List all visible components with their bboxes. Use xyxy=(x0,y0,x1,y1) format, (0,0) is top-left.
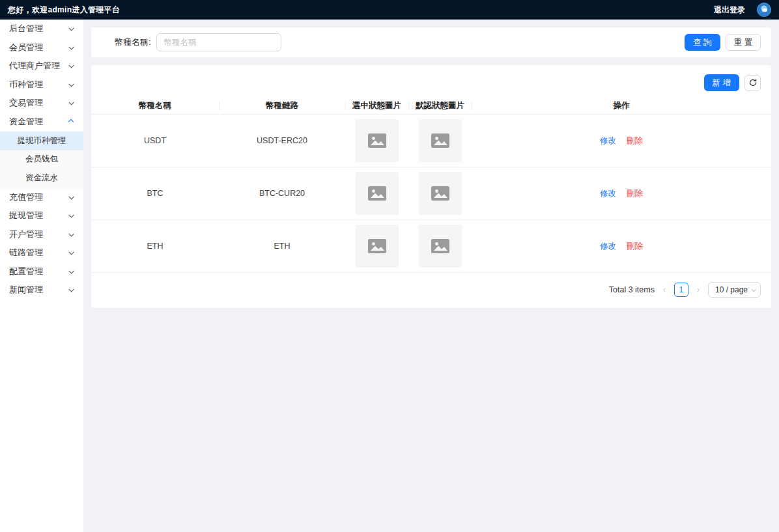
cell-currency-chain: USDT-ERC20 xyxy=(219,115,345,167)
logout-button[interactable]: 退出登录 xyxy=(714,5,745,16)
sidebar-item-agents[interactable]: 代理商户管理 xyxy=(0,57,83,76)
image-placeholder[interactable] xyxy=(419,225,462,268)
add-button[interactable]: 新 增 xyxy=(704,74,739,91)
sidebar-item-deposit[interactable]: 充值管理 xyxy=(0,188,83,207)
pagination-total: Total 3 items xyxy=(609,285,655,294)
sidebar-item-label: 充值管理 xyxy=(9,191,43,203)
sidebar-item-trade[interactable]: 交易管理 xyxy=(0,94,83,113)
image-placeholder[interactable] xyxy=(356,172,399,215)
sidebar-item-label: 新闻管理 xyxy=(9,284,43,296)
cell-currency-chain: BTC-CUR20 xyxy=(219,167,345,219)
currency-name-label: 幣種名稱: xyxy=(115,36,151,48)
chevron-down-icon xyxy=(68,249,74,255)
sidebar-item-news[interactable]: 新闻管理 xyxy=(0,281,83,300)
sidebar-item-currency[interactable]: 币种管理 xyxy=(0,76,83,94)
submenu-item-fund-flow[interactable]: 资金流水 xyxy=(0,169,83,188)
chevron-down-icon xyxy=(68,212,74,217)
image-icon xyxy=(431,132,450,149)
chevron-down-icon xyxy=(68,100,74,105)
cell-currency-name: BTC xyxy=(91,167,219,219)
sidebar-item-chain[interactable]: 链路管理 xyxy=(0,244,83,262)
sidebar-item-label: 链路管理 xyxy=(9,247,43,259)
delete-link[interactable]: 刪除 xyxy=(627,241,643,252)
sidebar: 后台管理 会员管理 代理商户管理 币种管理 交易管理 资金管理 提现币种管理 会… xyxy=(0,20,83,532)
welcome-prefix: 您好，欢迎 xyxy=(8,5,48,14)
submenu-item-label: 资金流水 xyxy=(25,173,58,184)
edit-link[interactable]: 修改 xyxy=(600,135,616,147)
header-selected-image: 選中狀態圖片 xyxy=(345,98,408,114)
cell-default-image xyxy=(408,167,472,219)
sidebar-item-label: 币种管理 xyxy=(9,79,43,91)
table-toolbar: 新 增 xyxy=(91,65,771,98)
edit-link[interactable]: 修改 xyxy=(600,241,616,252)
image-placeholder[interactable] xyxy=(356,119,399,162)
sidebar-item-members[interactable]: 会员管理 xyxy=(0,38,83,57)
search-actions: 查 詢 重 置 xyxy=(685,34,761,51)
user-avatar-icon[interactable] xyxy=(757,3,771,17)
sidebar-item-config[interactable]: 配置管理 xyxy=(0,262,83,281)
cell-selected-image xyxy=(345,220,408,272)
chevron-down-icon xyxy=(68,287,74,292)
pagination: Total 3 items ‹ 1 › 10 / page xyxy=(91,273,771,301)
cell-selected-image xyxy=(345,115,408,167)
submenu-item-withdraw-currency[interactable]: 提现币种管理 xyxy=(0,132,83,150)
chevron-down-icon xyxy=(68,268,74,273)
prev-page-button[interactable]: ‹ xyxy=(660,285,669,294)
navbar-right: 退出登录 xyxy=(714,3,771,17)
image-placeholder[interactable] xyxy=(356,225,399,268)
header-actions: 操作 xyxy=(472,98,771,114)
sidebar-item-label: 代理商户管理 xyxy=(9,60,60,72)
main-content: 幣種名稱: 查 詢 重 置 新 增 幣種名稱 幣種鏈路 選中狀態圖片 默認狀態圖… xyxy=(83,20,779,532)
cell-currency-chain: ETH xyxy=(219,220,345,272)
table-header-row: 幣種名稱 幣種鏈路 選中狀態圖片 默認狀態圖片 操作 xyxy=(91,98,771,115)
sidebar-item-label: 后台管理 xyxy=(9,23,43,35)
header-currency-name: 幣種名稱 xyxy=(91,98,219,114)
sidebar-item-label: 资金管理 xyxy=(9,116,43,128)
sidebar-item-withdraw[interactable]: 提现管理 xyxy=(0,206,83,225)
image-icon xyxy=(367,185,387,202)
reload-icon xyxy=(748,78,758,87)
query-button[interactable]: 查 詢 xyxy=(685,34,720,51)
delete-link[interactable]: 刪除 xyxy=(627,135,643,147)
submenu-item-label: 提现币种管理 xyxy=(18,135,66,147)
sidebar-item-label: 提现管理 xyxy=(9,210,43,221)
image-icon xyxy=(431,185,450,202)
sidebar-item-backend[interactable]: 后台管理 xyxy=(0,20,83,38)
welcome-username: admin xyxy=(48,5,72,14)
delete-link[interactable]: 刪除 xyxy=(627,188,643,199)
image-icon xyxy=(431,238,450,255)
image-placeholder[interactable] xyxy=(419,172,462,215)
sidebar-item-label: 会员管理 xyxy=(9,42,43,53)
currency-name-input[interactable] xyxy=(156,33,281,51)
sidebar-item-account[interactable]: 开户管理 xyxy=(0,225,83,244)
image-icon xyxy=(367,238,387,255)
chevron-down-icon xyxy=(68,81,74,87)
search-panel: 幣種名稱: 查 詢 重 置 xyxy=(91,27,771,57)
chevron-down-icon xyxy=(68,231,74,236)
cell-actions: 修改 刪除 xyxy=(472,167,771,219)
cell-selected-image xyxy=(345,167,408,219)
top-navbar: 您好，欢迎admin进入管理平台 退出登录 xyxy=(0,0,779,20)
page-size-value: 10 / page xyxy=(715,285,748,294)
edit-link[interactable]: 修改 xyxy=(600,188,616,199)
next-page-button[interactable]: › xyxy=(694,285,703,294)
page-number-button[interactable]: 1 xyxy=(674,283,688,297)
image-placeholder[interactable] xyxy=(419,119,462,162)
chevron-down-icon xyxy=(68,194,74,199)
reset-button[interactable]: 重 置 xyxy=(726,34,761,51)
sidebar-item-label: 配置管理 xyxy=(9,266,43,277)
chevron-down-icon xyxy=(68,25,74,31)
submenu-item-member-wallet[interactable]: 会员钱包 xyxy=(0,150,83,169)
sidebar-item-funds[interactable]: 资金管理 xyxy=(0,113,83,132)
image-icon xyxy=(367,132,387,149)
chevron-up-icon xyxy=(68,119,74,124)
cell-currency-name: USDT xyxy=(91,115,219,167)
sidebar-item-label: 交易管理 xyxy=(9,97,43,109)
header-default-image: 默認狀態圖片 xyxy=(408,98,472,114)
table-row: ETH ETH xyxy=(91,220,771,273)
chevron-down-icon xyxy=(68,63,74,68)
submenu-item-label: 会员钱包 xyxy=(25,154,58,165)
refresh-button[interactable] xyxy=(744,75,761,91)
page-size-select[interactable]: 10 / page xyxy=(708,282,761,298)
table-panel: 新 增 幣種名稱 幣種鏈路 選中狀態圖片 默認狀態圖片 操作 USDT USDT… xyxy=(91,65,771,308)
